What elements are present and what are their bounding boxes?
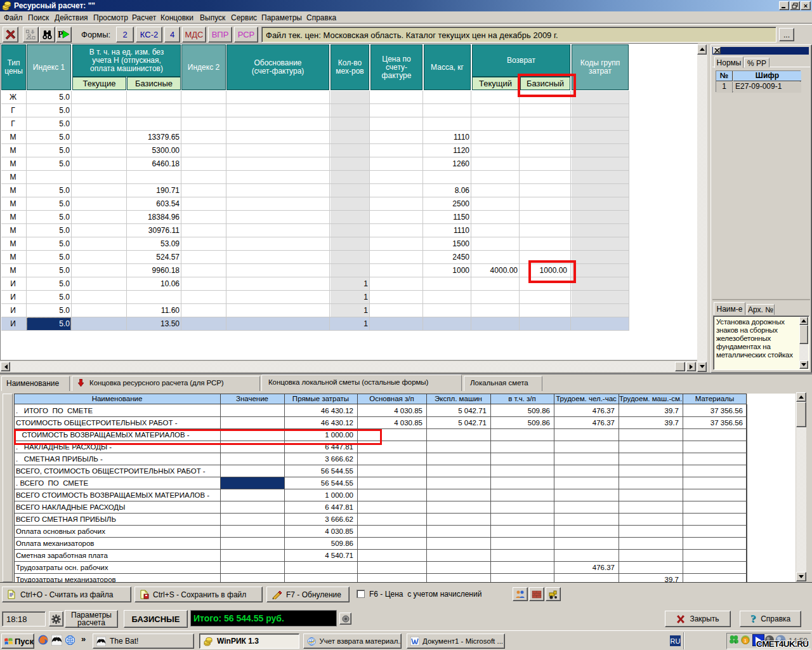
svg-text:1: 1 <box>744 638 747 644</box>
